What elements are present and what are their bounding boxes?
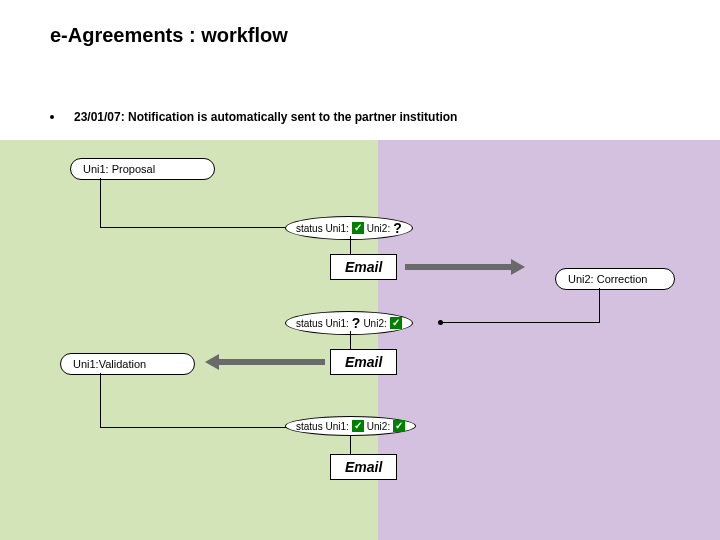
- box-validation-label: Uni1:Validation: [73, 358, 146, 370]
- bullet-row: 23/01/07: Notification is automatically …: [50, 110, 457, 124]
- status-3: status Uni1: ✓ Uni2: ✓: [285, 416, 416, 436]
- status2-uni2-label: Uni2:: [363, 318, 386, 329]
- status1-uni1-label: status Uni1:: [296, 223, 349, 234]
- question-icon: ?: [352, 315, 361, 331]
- status2-uni1-label: status Uni1:: [296, 318, 349, 329]
- check-icon: ✓: [352, 222, 364, 234]
- email-3-label: Email: [345, 459, 382, 475]
- bullet-icon: [50, 115, 54, 119]
- email-3: Email: [330, 454, 397, 480]
- bullet-text: 23/01/07: Notification is automatically …: [74, 110, 457, 124]
- status3-uni2-label: Uni2:: [367, 421, 390, 432]
- box-correction-label: Uni2: Correction: [568, 273, 647, 285]
- box-proposal: Uni1: Proposal: [70, 158, 215, 180]
- connector-correction-status2: [440, 288, 600, 323]
- email-2: Email: [330, 349, 397, 375]
- check-icon: ✓: [393, 420, 405, 432]
- status-1: status Uni1: ✓ Uni2: ?: [285, 216, 413, 240]
- page-title: e-Agreements : workflow: [50, 24, 288, 47]
- connector-dot: [438, 320, 443, 325]
- email-2-label: Email: [345, 354, 382, 370]
- arrow-email2-left: [205, 357, 325, 367]
- box-correction: Uni2: Correction: [555, 268, 675, 290]
- status1-uni2-label: Uni2:: [367, 223, 390, 234]
- email-1: Email: [330, 254, 397, 280]
- check-icon: ✓: [390, 317, 402, 329]
- status3-uni1-label: status Uni1:: [296, 421, 349, 432]
- question-icon: ?: [393, 220, 402, 236]
- lane-uni2-bg: [378, 140, 720, 540]
- status-2: status Uni1: ? Uni2: ✓: [285, 311, 413, 335]
- arrow-email1-right: [405, 262, 525, 272]
- connector-proposal-status1: [100, 178, 300, 228]
- check-icon: ✓: [352, 420, 364, 432]
- connector-validation-status3: [100, 373, 300, 428]
- box-validation: Uni1:Validation: [60, 353, 195, 375]
- email-1-label: Email: [345, 259, 382, 275]
- box-proposal-label: Uni1: Proposal: [83, 163, 155, 175]
